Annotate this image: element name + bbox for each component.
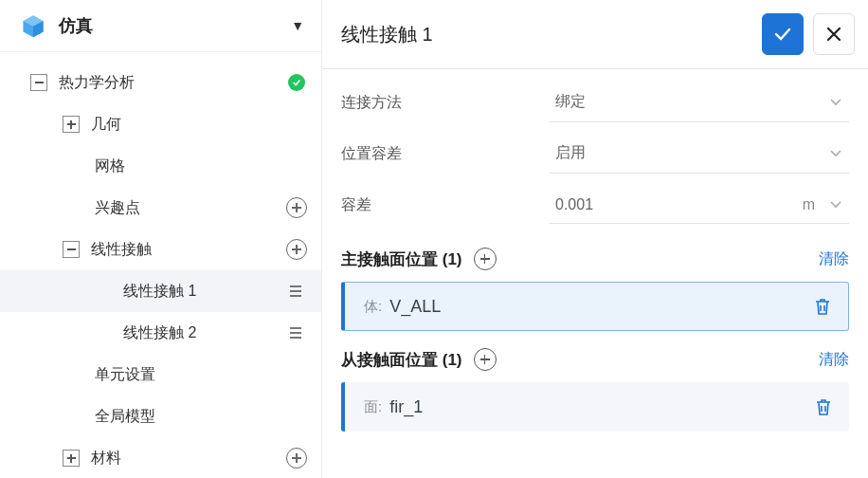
- expand-icon[interactable]: [63, 116, 80, 133]
- sidebar-header: 仿真 ▼: [0, 0, 321, 52]
- form: 连接方法 绑定 位置容差 启用 容差 0.001 m: [322, 69, 868, 230]
- tree-item-material[interactable]: 材料: [0, 437, 321, 478]
- add-slave-button[interactable]: [474, 348, 497, 371]
- tree-item-mesh[interactable]: 网格: [0, 145, 321, 187]
- caret-down-icon[interactable]: ▼: [291, 18, 304, 33]
- form-label: 连接方法: [341, 93, 550, 113]
- tree-label: 材料: [80, 449, 285, 469]
- add-master-button[interactable]: [474, 248, 497, 270]
- select-value: 启用: [555, 143, 828, 163]
- tree-item-geometry[interactable]: 几何: [0, 103, 321, 145]
- tree-label: 网格: [95, 156, 308, 176]
- tree-label: 线性接触 1: [123, 282, 285, 302]
- chip-value: V_ALL: [389, 297, 812, 317]
- tree-label: 全局模型: [95, 407, 308, 427]
- chevron-down-icon: [828, 146, 843, 161]
- menu-icon[interactable]: [285, 280, 308, 303]
- tree-item-poi[interactable]: 兴趣点: [0, 187, 321, 229]
- menu-icon[interactable]: [285, 322, 308, 344]
- tree-root-thermal-analysis[interactable]: 热力学分析: [0, 62, 321, 103]
- tree-item-linear-contact-1[interactable]: 线性接触 1: [0, 270, 321, 312]
- close-button[interactable]: [813, 13, 855, 55]
- input-value: 0.001: [555, 196, 794, 213]
- collapse-icon[interactable]: [63, 241, 80, 258]
- tree-label: 线性接触: [80, 240, 285, 260]
- collapse-icon[interactable]: [30, 74, 47, 91]
- section-title: 从接触面位置 (1): [341, 349, 462, 371]
- tree-item-linear-contact[interactable]: 线性接触: [0, 229, 321, 270]
- chevron-down-icon: [828, 197, 843, 212]
- position-tolerance-select[interactable]: 启用: [550, 134, 849, 174]
- panel-title: 线性接触 1: [341, 22, 752, 47]
- sidebar-title: 仿真: [59, 14, 291, 37]
- clear-slave-link[interactable]: 清除: [819, 350, 849, 370]
- sidebar: 仿真 ▼ 热力学分析 几何 网格 兴趣点 线性接: [0, 0, 322, 478]
- chip-prefix: 体:: [364, 298, 382, 316]
- form-row-position-tolerance: 位置容差 启用: [341, 128, 849, 179]
- chip-prefix: 面:: [364, 398, 382, 416]
- panel-header: 线性接触 1: [322, 0, 868, 69]
- connection-method-select[interactable]: 绑定: [550, 83, 849, 122]
- form-row-connection-method: 连接方法 绑定: [341, 77, 849, 128]
- select-value: 绑定: [555, 92, 828, 112]
- chip-value: fir_1: [389, 397, 813, 417]
- master-contact-section: 主接触面位置 (1) 清除 体: V_ALL: [322, 230, 868, 331]
- form-label: 位置容差: [341, 144, 550, 164]
- clear-master-link[interactable]: 清除: [819, 249, 849, 269]
- section-head: 主接触面位置 (1) 清除: [341, 248, 849, 270]
- delete-slave-item-button[interactable]: [813, 396, 834, 417]
- expand-icon[interactable]: [63, 450, 80, 467]
- tree-label: 几何: [80, 115, 308, 135]
- tree-label: 兴趣点: [95, 198, 285, 218]
- master-chip[interactable]: 体: V_ALL: [341, 282, 849, 331]
- status-ok-icon: [285, 71, 308, 94]
- section-title: 主接触面位置 (1): [341, 248, 462, 270]
- confirm-button[interactable]: [762, 13, 804, 55]
- form-label: 容差: [341, 195, 550, 215]
- delete-master-item-button[interactable]: [812, 296, 833, 317]
- form-row-tolerance: 容差 0.001 m: [341, 179, 849, 230]
- unit-label: m: [794, 196, 815, 213]
- tree-label: 热力学分析: [47, 73, 285, 93]
- add-icon[interactable]: [285, 238, 308, 261]
- slave-chip[interactable]: 面: fir_1: [341, 382, 849, 432]
- chevron-down-icon: [828, 95, 843, 110]
- tree-item-global-model[interactable]: 全局模型: [0, 395, 321, 437]
- add-icon[interactable]: [285, 196, 308, 219]
- tree-item-unit-settings[interactable]: 单元设置: [0, 354, 321, 395]
- tree-label: 线性接触 2: [123, 323, 285, 343]
- slave-contact-section: 从接触面位置 (1) 清除 面: fir_1: [322, 331, 868, 432]
- section-head: 从接触面位置 (1) 清除: [341, 348, 849, 371]
- tolerance-input[interactable]: 0.001 m: [550, 187, 849, 224]
- app-logo-icon: [21, 13, 45, 38]
- add-icon[interactable]: [285, 447, 308, 469]
- tree-label: 单元设置: [95, 365, 308, 385]
- tree-item-linear-contact-2[interactable]: 线性接触 2: [0, 312, 321, 354]
- details-panel: 线性接触 1 连接方法 绑定 位置容差 启用 容差 0.001: [322, 0, 868, 478]
- tree: 热力学分析 几何 网格 兴趣点 线性接触 线性接触 1: [0, 52, 321, 478]
